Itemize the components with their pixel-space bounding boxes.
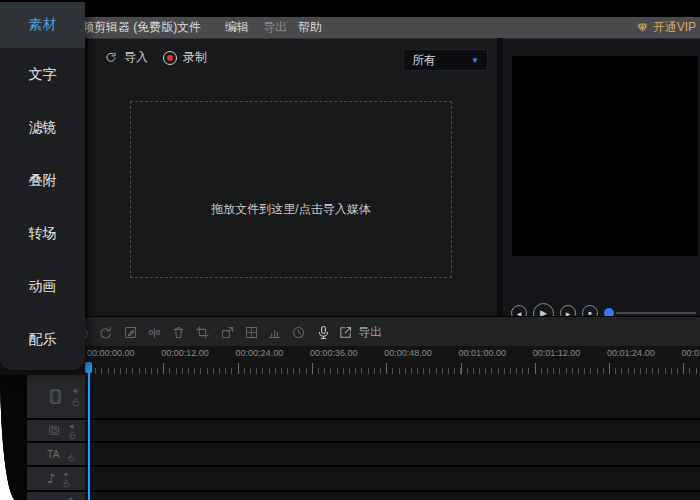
mute-icon[interactable] (62, 470, 71, 479)
import-button[interactable]: 导入 (105, 49, 148, 66)
microphone-icon (316, 325, 331, 340)
sidebar-item-material[interactable]: 素材 (0, 2, 85, 48)
audio-levels-button[interactable] (264, 322, 284, 342)
wave-icon (47, 495, 60, 500)
text-track-lane[interactable] (85, 443, 700, 465)
ruler-label: 00:01:24.00 (607, 348, 655, 358)
menu-file[interactable]: 文件 (177, 19, 201, 36)
record-icon (163, 51, 177, 65)
import-label: 导入 (124, 49, 148, 66)
playhead-handle[interactable] (85, 362, 92, 373)
playhead[interactable] (85, 362, 93, 500)
playhead-line (88, 373, 90, 500)
record-label: 录制 (183, 49, 207, 66)
mute-icon[interactable] (71, 386, 81, 396)
crop-button[interactable] (192, 322, 212, 342)
split-icon (147, 325, 162, 340)
music-track-lane[interactable] (85, 467, 700, 490)
vip-button[interactable]: 开通VIP (636, 19, 696, 36)
duration-button[interactable] (288, 322, 308, 342)
seek-slider-track[interactable] (616, 312, 696, 314)
track-row-overlay (27, 420, 700, 441)
ruler-label: 00:00:00.00 (87, 348, 135, 358)
media-filter-dropdown[interactable]: 所有 ▼ (403, 49, 488, 71)
voiceover-button[interactable] (313, 322, 333, 342)
timeline-ruler[interactable]: 00:00:00.0000:00:12.0000:00:24.0000:00:3… (0, 346, 700, 375)
media-panel-header: 导入 录制 所有 ▼ (88, 39, 497, 79)
ruler-label: 00:01:00.00 (459, 348, 507, 358)
track-rows: TA ♪ (27, 375, 700, 500)
title-bar (0, 0, 700, 17)
delete-button[interactable] (168, 322, 188, 342)
effect-track-header[interactable] (27, 492, 85, 500)
mosaic-icon (244, 325, 259, 340)
overlay-track-header[interactable] (27, 420, 85, 441)
lock-icon[interactable] (62, 479, 71, 488)
mosaic-button[interactable] (241, 322, 261, 342)
lock-icon[interactable] (67, 453, 76, 462)
video-track-lane[interactable] (85, 375, 700, 418)
ruler-major-tick (683, 363, 684, 374)
sidebar-flyout: 素材 文字 滤镜 叠附 转场 动画 配乐 (0, 2, 85, 370)
app-title: 频剪辑器 (免费版) (82, 19, 177, 36)
preview-screen (512, 56, 698, 256)
ruler-label: 00:01:36.00 (681, 348, 700, 358)
export-label: 导出 (358, 324, 382, 341)
ruler-label: 00:00:48.00 (384, 348, 432, 358)
ruler-major-tick (535, 363, 536, 374)
mute-icon[interactable] (67, 495, 76, 500)
timeline: 00:00:00.0000:00:12.0000:00:24.0000:00:3… (0, 346, 700, 500)
video-track-header[interactable] (27, 375, 85, 418)
ruler-major-tick (461, 363, 462, 374)
menu-help[interactable]: 帮助 (298, 19, 322, 36)
track-row-video (27, 375, 700, 418)
pip-icon (220, 325, 235, 340)
crop-icon (195, 325, 210, 340)
split-button[interactable] (144, 322, 164, 342)
media-dropzone[interactable]: 拖放文件到这里/点击导入媒体 (130, 101, 452, 278)
app-window: 频剪辑器 (免费版) 文件 编辑 导出 帮助 开通VIP 导入 录制 所有 ▼ … (0, 0, 700, 500)
sidebar-item-filter[interactable]: 滤镜 (0, 101, 85, 154)
sidebar-item-animation[interactable]: 动画 (0, 260, 85, 313)
ruler-label: 00:00:24.00 (236, 348, 284, 358)
menu-edit[interactable]: 编辑 (225, 19, 249, 36)
timeline-toolbar: 导出 (0, 316, 700, 346)
redo-icon (99, 325, 114, 340)
edit-icon (123, 325, 138, 340)
ruler-major-tick (386, 363, 387, 374)
music-note-icon: ♪ (47, 471, 55, 486)
overlay-track-lane[interactable] (85, 420, 700, 441)
redo-button[interactable] (96, 322, 116, 342)
export-button[interactable]: 导出 (338, 322, 382, 342)
record-button[interactable]: 录制 (163, 49, 207, 66)
sidebar-item-text[interactable]: 文字 (0, 48, 85, 101)
zoom-crop-button[interactable] (217, 322, 237, 342)
levels-icon (267, 325, 282, 340)
edit-button[interactable] (120, 322, 140, 342)
track-row-effect (27, 492, 700, 500)
dropzone-text: 拖放文件到这里/点击导入媒体 (211, 201, 370, 218)
ruler-major-tick (609, 363, 610, 374)
effect-track-lane[interactable] (85, 492, 700, 500)
ruler-major-tick (312, 363, 313, 374)
sidebar-item-overlay[interactable]: 叠附 (0, 154, 85, 207)
music-track-header[interactable]: ♪ (27, 467, 85, 490)
lock-icon[interactable] (68, 431, 77, 440)
timeline-gutter (0, 375, 27, 500)
track-row-text: TA (27, 443, 700, 465)
ruler-major-tick (163, 363, 164, 374)
ruler-label: 00:00:12.00 (161, 348, 209, 358)
lock-icon[interactable] (71, 397, 81, 407)
clock-icon (291, 325, 306, 340)
preview-panel: ◀ ▶ ▶ ■ 宽高比: 16:9 (503, 38, 700, 316)
ruler-label: 00:01:12.00 (533, 348, 581, 358)
media-filter-value: 所有 (412, 52, 436, 69)
text-track-icon: TA (47, 449, 60, 460)
export-icon (338, 325, 353, 340)
sidebar-item-transition[interactable]: 转场 (0, 207, 85, 260)
ruler-major-tick (238, 363, 239, 374)
menu-bar: 频剪辑器 (免费版) 文件 编辑 导出 帮助 开通VIP (0, 17, 700, 38)
mute-icon[interactable] (68, 422, 77, 431)
text-track-header[interactable]: TA (27, 443, 85, 465)
sidebar-item-music[interactable]: 配乐 (0, 313, 85, 366)
